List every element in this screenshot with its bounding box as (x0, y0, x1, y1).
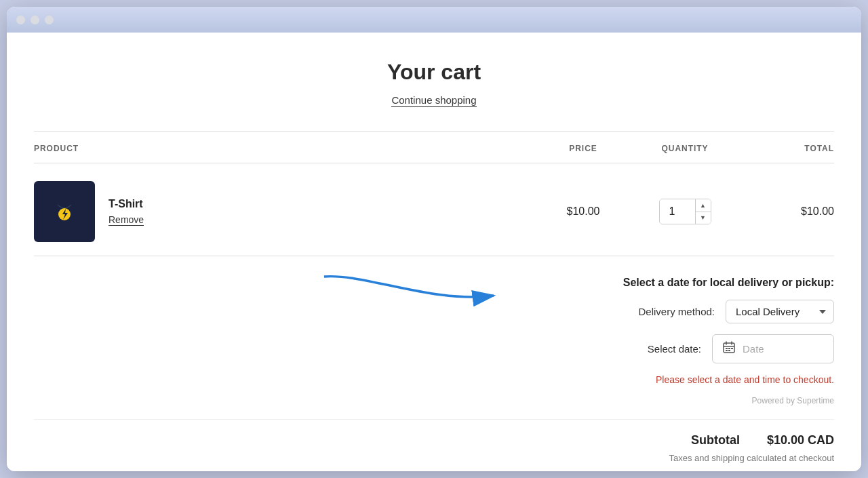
delivery-content: Select a date for local delivery or pick… (590, 277, 834, 405)
qty-arrows: ▲ ▼ (695, 199, 711, 224)
delivery-select-wrapper: Local Delivery Pickup (726, 300, 834, 323)
quantity-input-wrapper: ▲ ▼ (659, 199, 711, 224)
svg-rect-7 (726, 348, 728, 349)
col-header-price: PRICE (536, 144, 631, 153)
powered-by: Powered by Supertime (590, 396, 834, 405)
date-row: Select date: (590, 334, 834, 363)
date-input-wrapper[interactable]: Date (712, 334, 834, 363)
qty-up-button[interactable]: ▲ (696, 199, 711, 212)
calendar-icon (722, 340, 736, 357)
svg-rect-11 (728, 350, 730, 351)
page-content: Your cart Continue shopping PRODUCT PRIC… (7, 33, 861, 471)
product-name: T-Shirt (108, 198, 144, 210)
delivery-section: Select a date for local delivery or pick… (34, 256, 834, 412)
app-window: Your cart Continue shopping PRODUCT PRIC… (7, 7, 861, 471)
date-placeholder: Date (743, 343, 764, 355)
header-divider (34, 131, 834, 132)
arrow-area (34, 270, 514, 317)
item-total: $10.00 (739, 205, 834, 218)
product-col: T-Shirt Remove (34, 181, 536, 242)
delivery-title: Select a date for local delivery or pick… (590, 277, 834, 289)
col-header-total: TOTAL (739, 144, 834, 153)
subtotal-amount: $10.00 CAD (767, 433, 834, 447)
qty-down-button[interactable]: ▼ (696, 212, 711, 224)
tshirt-icon (44, 191, 85, 232)
taxes-note: Taxes and shipping calculated at checkou… (34, 453, 834, 463)
page-header: Your cart Continue shopping (34, 33, 834, 120)
error-message: Please select a date and time to checkou… (590, 374, 834, 385)
col-header-quantity: QUANTITY (631, 144, 739, 153)
delivery-method-row: Delivery method: Local Delivery Pickup (590, 300, 834, 323)
product-info: T-Shirt Remove (108, 198, 144, 226)
subtotal-label: Subtotal (691, 433, 740, 447)
titlebar (7, 7, 861, 33)
table-divider (34, 163, 834, 163)
dot-green (45, 16, 54, 24)
svg-rect-8 (728, 348, 730, 349)
continue-shopping-link[interactable]: Continue shopping (391, 94, 476, 107)
table-header: PRODUCT PRICE QUANTITY TOTAL (34, 138, 834, 159)
svg-rect-9 (731, 348, 733, 349)
quantity-input[interactable] (660, 199, 695, 224)
subtotal-row: Subtotal $10.00 CAD (34, 433, 834, 447)
quantity-col: ▲ ▼ (631, 199, 739, 224)
svg-rect-10 (726, 350, 728, 351)
remove-link[interactable]: Remove (108, 214, 144, 226)
col-header-product: PRODUCT (34, 144, 536, 153)
date-label: Select date: (648, 343, 701, 355)
arrow-icon (311, 270, 514, 317)
delivery-method-select[interactable]: Local Delivery Pickup (726, 300, 834, 323)
dot-red (16, 16, 25, 24)
item-price: $10.00 (536, 205, 631, 218)
product-image (34, 181, 95, 242)
table-row: T-Shirt Remove $10.00 ▲ ▼ $10.00 (34, 167, 834, 256)
calendar-svg (722, 340, 736, 354)
subtotal-section: Subtotal $10.00 CAD Taxes and shipping c… (34, 419, 834, 470)
page-title: Your cart (34, 60, 834, 85)
dot-yellow (31, 16, 39, 24)
delivery-method-label: Delivery method: (638, 306, 715, 317)
